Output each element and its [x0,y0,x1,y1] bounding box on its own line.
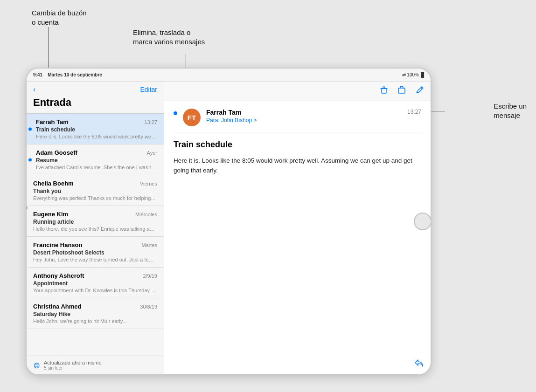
mail-item[interactable]: Chella Boehm Viernes Thank you Everythin… [27,175,164,206]
wifi-icon: ⇌ 100% [402,72,419,77]
annotation-edit-messages: Elimina, traslada o marca varios mensaje… [133,28,205,47]
email-body: Here it is. Looks like the 8:05 would wo… [174,156,421,176]
email-unread-dot [174,111,177,115]
mail-list-panel: ‹ Editar Entrada Farrah Tam 13:27 Tra [27,82,164,374]
mail-item-preview: Hey John, Love the way these turned out.… [33,257,157,262]
mail-item[interactable]: Anthony Ashcroft 2/9/19 Appointment Your… [27,268,164,298]
mail-item-time: 2/9/19 [143,273,157,279]
mail-item-time: Martes [141,242,157,248]
mail-item[interactable]: Eugene Kim Miércoles Running article Hel… [27,206,164,237]
mail-items-list: Farrah Tam 13:27 Train schedule Here it … [27,114,164,356]
mail-item-header: Eugene Kim Miércoles [33,211,157,218]
edit-button[interactable]: Editar [140,86,157,93]
unread-dot [28,127,32,131]
mail-item-preview: Your appointment with Dr. Knowles is thi… [33,288,157,293]
mail-item-header: Chella Boehm Viernes [33,180,157,187]
mail-item-time: Viernes [140,181,157,186]
mail-item-time: 13:27 [144,119,157,125]
mail-item-preview: Hello there, did you see this? Enrique w… [33,226,157,232]
email-time: 13:27 [407,109,421,115]
email-detail-footer [164,354,431,374]
ipad-frame: 9:41 Martes 10 de septiembre ⇌ 100% █ ‹ … [26,68,432,375]
home-button[interactable] [414,213,432,230]
mail-item-time: Ayer [147,150,157,156]
mail-item-preview: I've attached Carol's resume. She's the … [36,165,157,170]
mail-list-footer: ⊜ Actualizado ahora mismo 5 sin leer [27,356,164,374]
footer-unread: 5 sin leer [44,365,102,371]
footer-info: Actualizado ahora mismo 5 sin leer [44,360,102,371]
mail-item-sender: Farrah Tam [36,118,69,125]
mail-item-sender: Adam Gooseff [36,149,77,156]
mail-item-sender: Chella Boehm [33,180,74,187]
mail-item-preview: Hello John, we're going to hit Muir earl… [33,318,157,324]
mail-item-subject: Train schedule [36,126,157,133]
main-content: ‹ Editar Entrada Farrah Tam 13:27 Tra [27,82,431,374]
mail-item-header: Farrah Tam 13:27 [36,118,157,125]
mail-item-subject: Resume [36,157,157,164]
annotation-compose: Escribe un mensaje [494,102,527,121]
mail-list-nav: ‹ Editar [33,85,157,94]
back-icon: ‹ [33,85,35,94]
email-from-row: Farrah Tam [206,109,402,116]
mail-item-subject: Desert Photoshoot Selects [33,249,157,256]
mail-item-header: Anthony Ashcroft 2/9/19 [33,272,157,279]
mail-item[interactable]: Farrah Tam 13:27 Train schedule Here it … [27,114,164,144]
status-time-date: 9:41 Martes 10 de septiembre [33,72,102,77]
mail-filter-icon[interactable]: ⊜ [33,360,40,371]
mail-item-sender: Christina Ahmed [33,303,82,310]
mail-item-preview: Everything was perfect! Thanks so much f… [33,195,157,201]
mail-item-subject: Appointment [33,280,157,287]
svg-rect-0 [382,89,386,93]
mail-item-time: Miércoles [135,212,157,217]
mail-item[interactable]: Christina Ahmed 30/8/19 Saturday Hike He… [27,298,164,329]
email-toolbar [164,82,431,101]
status-bar: 9:41 Martes 10 de septiembre ⇌ 100% █ [27,69,431,82]
unread-dot [28,158,32,161]
status-right: ⇌ 100% █ [402,72,424,77]
back-button[interactable]: ‹ [33,85,35,94]
compose-button[interactable] [415,85,424,97]
delete-button[interactable] [379,85,389,97]
mail-item-header: Francine Hanson Martes [33,241,157,248]
avatar-initials: FT [188,114,196,122]
mail-item-subject: Thank you [33,188,157,194]
email-header: FT Farrah Tam Para: John Bishop > 13:27 [174,109,421,132]
mail-item-sender: Francine Hanson [33,241,82,248]
status-date: Martes 10 de septiembre [48,72,102,77]
email-subject: Train schedule [174,140,421,150]
email-header-info: Farrah Tam Para: John Bishop > [206,109,402,124]
mail-item[interactable]: Francine Hanson Martes Desert Photoshoot… [27,237,164,268]
sender-avatar: FT [183,109,201,126]
mail-item-sender: Anthony Ashcroft [33,272,84,279]
email-from-name: Farrah Tam [206,109,241,116]
mail-item-subject: Saturday Hike [33,311,157,317]
mail-item-time: 30/8/19 [140,304,157,309]
mail-list-header: ‹ Editar Entrada [27,82,164,114]
battery-icon: █ [421,72,424,77]
mail-item-header: Adam Gooseff Ayer [36,149,157,156]
status-time: 9:41 [33,72,42,77]
mail-item[interactable]: Adam Gooseff Ayer Resume I've attached C… [27,144,164,175]
inbox-title: Entrada [33,96,157,110]
email-content: FT Farrah Tam Para: John Bishop > 13:27 … [164,101,431,354]
footer-updated: Actualizado ahora mismo [44,360,102,365]
edit-label: Editar [140,86,157,93]
mail-item-header: Christina Ahmed 30/8/19 [33,303,157,310]
mail-item-preview: Here it is. Looks like the 8:05 would wo… [36,134,157,139]
email-detail-panel: FT Farrah Tam Para: John Bishop > 13:27 … [164,82,431,374]
email-to[interactable]: Para: John Bishop > [206,117,402,124]
annotation-change-mailbox: Cambia de buzón o cuenta [32,8,87,28]
move-button[interactable] [397,85,406,97]
mail-item-sender: Eugene Kim [33,211,68,218]
svg-rect-1 [398,88,405,93]
reply-button[interactable] [414,358,424,371]
mail-item-subject: Running article [33,219,157,225]
